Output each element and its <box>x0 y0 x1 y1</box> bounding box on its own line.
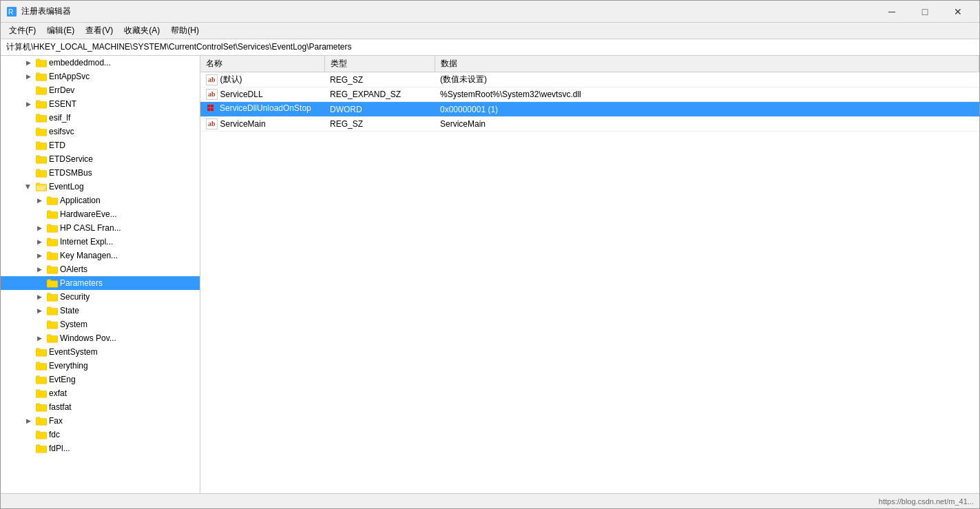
tree-item-exfat[interactable]: ▶ exfat <box>1 386 200 400</box>
toggle-Key_Managen[interactable]: ▶ <box>34 250 45 261</box>
tree-item-Windows_Pov[interactable]: ▶ Windows Pov... <box>1 331 200 345</box>
folder-icon <box>36 168 47 178</box>
folder-icon <box>36 402 47 412</box>
tree-label-embeddedmod: embeddedmod... <box>49 58 111 67</box>
reg-name-cell: ab ServiceMain <box>200 117 324 132</box>
folder-icon <box>36 430 47 439</box>
tree-item-EventSystem[interactable]: ▶ EventSystem <box>1 345 200 359</box>
tree-item-HP_CASL_Fran[interactable]: ▶ HP CASL Fran... <box>1 221 200 235</box>
tree-label-ETDSMBus: ETDSMBus <box>49 168 92 178</box>
toggle-Internet_Expl[interactable]: ▶ <box>34 236 45 247</box>
tree-label-State: State <box>60 306 79 315</box>
minimize-button[interactable]: ─ <box>876 1 908 22</box>
tree-label-ErrDev: ErrDev <box>49 85 74 95</box>
reg-type-cell: REG_EXPAND_SZ <box>324 87 435 102</box>
folder-icon <box>47 251 58 260</box>
tree-item-Internet_Expl[interactable]: ▶ Internet Expl... <box>1 235 200 249</box>
tree-item-Security[interactable]: ▶ Security <box>1 290 200 304</box>
tree-item-EntAppSvc[interactable]: ▶ EntAppSvc <box>1 70 200 83</box>
tree-item-OAlerts[interactable]: ▶ OAlerts <box>1 262 200 276</box>
ab-icon: ab <box>206 118 218 129</box>
tree-item-Key_Managen[interactable]: ▶ Key Managen... <box>1 249 200 262</box>
tree-item-System[interactable]: ▶ System <box>1 318 200 331</box>
menu-help[interactable]: 帮助(H) <box>165 23 205 38</box>
toggle-Application[interactable]: ▶ <box>34 195 45 206</box>
tree-item-Everything[interactable]: ▶ Everything <box>1 359 200 373</box>
tree-item-ETDSMBus[interactable]: ▶ ETDSMBus <box>1 166 200 180</box>
toggle-ESENT[interactable]: ▶ <box>23 98 34 110</box>
tree-item-esif_lf[interactable]: ▶ esif_lf <box>1 111 200 125</box>
folder-icon <box>36 388 47 398</box>
table-row[interactable]: ab ServiceDLL REG_EXPAND_SZ %SystemRoot%… <box>200 87 979 102</box>
tree-item-EvtEng[interactable]: ▶ EvtEng <box>1 373 200 386</box>
reg-name-cell: ServiceDllUnloadOnStop <box>200 102 324 117</box>
svg-rect-6 <box>211 108 213 111</box>
tree-item-HardwareEve[interactable]: ▶ HardwareEve... <box>1 207 200 221</box>
table-row[interactable]: ab ServiceMain REG_SZ ServiceMain <box>200 117 979 132</box>
table-row[interactable]: ab (默认) REG_SZ (数值未设置) <box>200 72 979 87</box>
tree-item-EventLog[interactable]: ▶ EventLog <box>1 180 200 194</box>
col-data[interactable]: 数据 <box>435 56 979 72</box>
tree-item-ETDService[interactable]: ▶ ETDService <box>1 152 200 166</box>
tree-label-exfat: exfat <box>49 388 67 398</box>
tree-item-fastfat[interactable]: ▶ fastfat <box>1 400 200 414</box>
tree-label-Windows_Pov: Windows Pov... <box>60 333 116 343</box>
tree-item-ErrDev[interactable]: ▶ ErrDev <box>1 83 200 97</box>
menu-favorites[interactable]: 收藏夹(A) <box>118 23 165 38</box>
tree-label-HP_CASL_Fran: HP CASL Fran... <box>60 223 121 233</box>
toggle-Security[interactable]: ▶ <box>34 291 45 302</box>
svg-text:R: R <box>8 8 13 16</box>
tree-label-EventSystem: EventSystem <box>49 347 98 357</box>
folder-icon <box>47 264 58 274</box>
ab-icon: ab <box>206 89 218 100</box>
tree-item-esifsvc[interactable]: ▶ esifsvc <box>1 125 200 138</box>
tree-item-Fax[interactable]: ▶ Fax <box>1 414 200 428</box>
toggle-Windows_Pov[interactable]: ▶ <box>34 333 45 344</box>
reg-type-cell: REG_SZ <box>324 72 435 87</box>
tree-item-fdPl[interactable]: ▶ fdPl... <box>1 442 200 455</box>
table-header-row: 名称 类型 数据 <box>200 56 979 72</box>
toggle-Fax[interactable]: ▶ <box>23 415 34 426</box>
folder-icon <box>36 72 47 81</box>
tree-panel[interactable]: ▶ embeddedmod... ▶ EntAppSvc ▶ ErrDev <box>1 56 200 493</box>
registry-table: 名称 类型 数据 ab (默认) REG_SZ <box>200 56 979 132</box>
menu-file[interactable]: 文件(F) <box>3 23 41 38</box>
close-button[interactable]: ✕ <box>942 1 974 22</box>
folder-icon <box>36 416 47 426</box>
folder-icon <box>47 196 58 205</box>
tree-label-Internet_Expl: Internet Expl... <box>60 237 113 247</box>
tree-label-EvtEng: EvtEng <box>49 375 76 384</box>
folder-icon <box>36 375 47 384</box>
table-row-selected[interactable]: ServiceDllUnloadOnStop DWORD 0x00000001 … <box>200 102 979 117</box>
toggle-embeddedmod[interactable]: ▶ <box>23 57 34 68</box>
tree-item-Parameters[interactable]: ▶ Parameters <box>1 276 200 290</box>
address-bar: 计算机\HKEY_LOCAL_MACHINE\SYSTEM\CurrentCon… <box>1 39 979 56</box>
type-icon-dword: ServiceDllUnloadOnStop <box>206 103 311 113</box>
tree-item-Application[interactable]: ▶ Application <box>1 194 200 207</box>
toggle-EntAppSvc[interactable]: ▶ <box>23 71 34 82</box>
tree-item-ETD[interactable]: ▶ ETD <box>1 138 200 152</box>
folder-icon <box>36 99 47 109</box>
toggle-EventLog[interactable]: ▶ <box>23 181 34 192</box>
tree-item-embeddedmod[interactable]: ▶ embeddedmod... <box>1 56 200 70</box>
reg-data-cell: (数值未设置) <box>435 72 979 87</box>
tree-item-State[interactable]: ▶ State <box>1 304 200 318</box>
maximize-button[interactable]: □ <box>909 1 941 22</box>
toggle-OAlerts[interactable]: ▶ <box>34 264 45 275</box>
folder-selected-icon <box>47 278 58 288</box>
menu-edit[interactable]: 编辑(E) <box>41 23 80 38</box>
reg-type-cell: DWORD <box>324 102 435 117</box>
toggle-State[interactable]: ▶ <box>34 305 45 316</box>
tree-item-fdc[interactable]: ▶ fdc <box>1 428 200 442</box>
col-name[interactable]: 名称 <box>200 56 324 72</box>
col-type[interactable]: 类型 <box>324 56 435 72</box>
menu-view[interactable]: 查看(V) <box>80 23 118 38</box>
tree-item-ESENT[interactable]: ▶ ESENT <box>1 97 200 111</box>
folder-icon <box>36 58 47 67</box>
tree-label-fastfat: fastfat <box>49 402 72 412</box>
type-icon-ab: ab ServiceMain <box>206 118 266 129</box>
tree-label-Key_Managen: Key Managen... <box>60 251 118 260</box>
toggle-HP_CASL_Fran[interactable]: ▶ <box>34 222 45 233</box>
reg-data-cell: 0x00000001 (1) <box>435 102 979 117</box>
folder-icon <box>36 85 47 95</box>
